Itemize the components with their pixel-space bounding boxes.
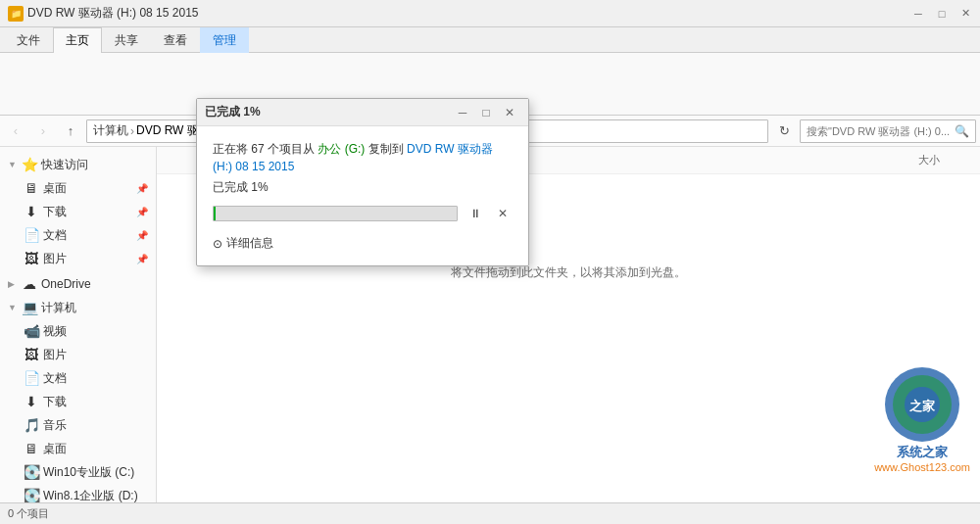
dialog-cancel-btn[interactable]: ✕ [493,204,513,223]
progress-bar-fill [214,207,216,220]
dialog-overlay: 已完成 1% ─ □ ✕ 正在将 67 个项目从 办公 (G:) 复制到 DVD… [0,0,980,524]
dialog-pause-btn[interactable]: ⏸ [466,204,485,223]
dialog-source: 办公 (G:) [318,142,365,156]
dialog-from-text: 正在将 67 个项目从 [213,142,315,156]
dialog-progress-row: ⏸ ✕ [213,204,513,223]
dialog-from-line: 正在将 67 个项目从 办公 (G:) 复制到 DVD RW 驱动器 (H:) … [213,140,513,175]
dialog-title: 已完成 1% [205,104,261,120]
dialog-controls: ─ □ ✕ [452,103,520,122]
dialog-details[interactable]: ⊙ 详细信息 [213,235,513,252]
details-chevron-icon: ⊙ [213,237,222,251]
dialog-close[interactable]: ✕ [499,103,520,122]
dialog-body: 正在将 67 个项目从 办公 (G:) 复制到 DVD RW 驱动器 (H:) … [197,126,528,265]
details-label: 详细信息 [226,235,273,252]
dialog-middle-text: 复制到 [368,142,404,156]
dialog-status: 已完成 1% [213,179,513,196]
progress-bar-container [213,206,458,221]
progress-dialog: 已完成 1% ─ □ ✕ 正在将 67 个项目从 办公 (G:) 复制到 DVD… [196,98,529,266]
dialog-minimize[interactable]: ─ [452,103,473,122]
dialog-titlebar: 已完成 1% ─ □ ✕ [197,99,528,126]
dialog-maximize[interactable]: □ [475,103,497,122]
